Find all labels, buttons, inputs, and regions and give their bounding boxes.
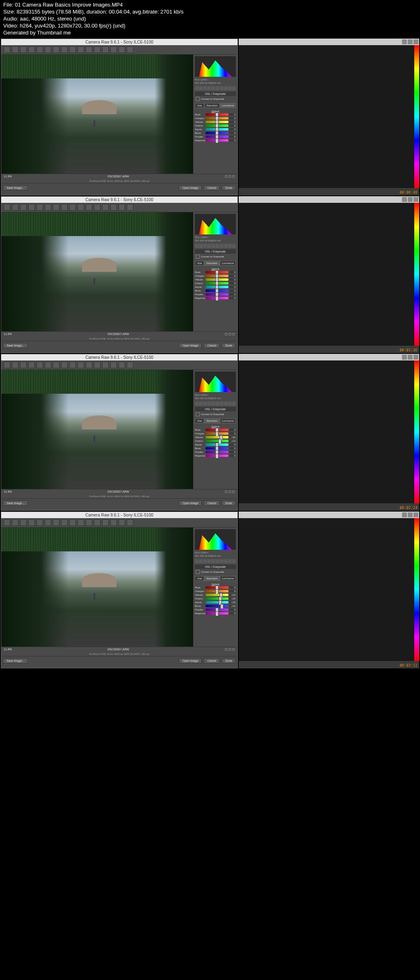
tool-9[interactable] [78,519,84,526]
slider-value-oranges[interactable]: 0 [229,117,236,119]
slider-blues[interactable] [205,447,228,450]
subtab-luminance[interactable]: Luminance [220,261,236,265]
slider-greens[interactable] [205,440,228,442]
slider-purples[interactable] [205,451,228,453]
histogram[interactable] [195,529,236,550]
image-preview[interactable] [1,370,193,489]
slider-value-magentas[interactable]: 0 [229,139,236,142]
slider-oranges[interactable] [205,590,228,592]
close-icon[interactable] [413,512,418,517]
image-preview[interactable] [1,55,193,174]
grayscale-checkbox[interactable] [196,570,200,574]
panel-tab-0[interactable] [195,559,199,563]
panel-tab-7[interactable] [224,244,228,248]
subtab-hue[interactable]: Hue [195,576,204,581]
tool-13[interactable] [110,46,117,53]
tool-2[interactable] [20,362,27,368]
panel-tab-3[interactable] [207,559,211,563]
panel-tab-7[interactable] [224,402,228,406]
tool-11[interactable] [94,362,100,368]
slider-reds[interactable] [205,586,228,589]
tool-14[interactable] [119,46,125,53]
color-picker-strip[interactable] [414,518,419,661]
tool-5[interactable] [45,46,51,53]
close-icon[interactable] [413,197,418,202]
slider-value-aquas[interactable]: 0 [229,443,236,446]
panel-tab-6[interactable] [220,402,224,406]
slider-value-reds[interactable]: 0 [229,271,236,273]
view-toggles[interactable]: ▢ ▢ ▢ [225,490,235,493]
maximize-icon[interactable] [408,512,413,517]
subtab-saturation[interactable]: Saturation [204,261,219,265]
open-button[interactable]: Open Image [179,658,202,663]
tool-13[interactable] [110,362,117,368]
panel-tab-3[interactable] [207,402,211,406]
slider-oranges[interactable] [205,432,228,435]
tool-5[interactable] [45,204,51,211]
subtab-saturation[interactable]: Saturation [204,576,219,581]
panel-tab-8[interactable] [228,244,232,248]
save-button[interactable]: Save Image... [3,185,28,190]
tool-1[interactable] [12,204,18,211]
tool-3[interactable] [28,204,35,211]
tool-3[interactable] [28,46,35,53]
color-profile[interactable]: ProPhoto RGB; 16 bit; 6000 by 4000 (24.0… [1,494,237,498]
slider-value-magentas[interactable]: 0 [229,297,236,299]
tool-7[interactable] [61,46,68,53]
panel-tab-3[interactable] [207,86,211,90]
minimize-icon[interactable] [402,355,407,360]
panel-tab-2[interactable] [203,244,207,248]
slider-purples[interactable] [205,293,228,296]
panel-tab-1[interactable] [199,244,203,248]
maximize-icon[interactable] [408,355,413,360]
tool-9[interactable] [78,362,84,368]
slider-value-blues[interactable]: +42 [229,605,236,607]
tool-2[interactable] [20,46,27,53]
slider-reds[interactable] [205,429,228,431]
grayscale-checkbox[interactable] [196,412,200,416]
minimize-icon[interactable] [402,39,407,44]
tool-13[interactable] [110,204,117,211]
tool-4[interactable] [37,46,43,53]
grayscale-checkbox[interactable] [196,97,200,101]
panel-tab-9[interactable] [232,402,236,406]
panel-tab-9[interactable] [232,86,236,90]
cancel-button[interactable]: Cancel [203,343,220,348]
zoom-level[interactable]: 11.9% [4,175,12,178]
panel-tab-4[interactable] [211,86,215,90]
tool-3[interactable] [28,519,35,526]
histogram[interactable] [195,372,236,392]
bridge-preview[interactable] [239,360,419,503]
tool-0[interactable] [4,362,10,368]
slider-value-oranges[interactable]: 0 [229,590,236,592]
zoom-level[interactable]: 11.9% [4,490,12,493]
panel-tab-4[interactable] [211,402,215,406]
tool-6[interactable] [53,204,59,211]
panel-tab-4[interactable] [211,244,215,248]
panel-tab-0[interactable] [195,402,199,406]
tool-10[interactable] [86,46,92,53]
tool-12[interactable] [102,204,109,211]
slider-magentas[interactable] [205,612,228,615]
tool-8[interactable] [69,204,76,211]
panel-tab-9[interactable] [232,244,236,248]
save-button[interactable]: Save Image... [3,658,28,663]
save-button[interactable]: Save Image... [3,343,28,348]
maximize-icon[interactable] [408,39,413,44]
panel-tab-5[interactable] [215,244,219,248]
tool-10[interactable] [86,362,92,368]
slider-aquas[interactable] [205,443,228,446]
slider-value-greens[interactable]: 0 [229,124,236,127]
slider-purples[interactable] [205,608,228,611]
slider-value-oranges[interactable]: 0 [229,432,236,435]
slider-value-blues[interactable]: 0 [229,132,236,134]
slider-reds[interactable] [205,113,228,116]
close-icon[interactable] [413,355,418,360]
subtab-saturation[interactable]: Saturation [204,418,219,423]
slider-aquas[interactable] [205,128,228,131]
tool-12[interactable] [102,362,109,368]
slider-greens[interactable] [205,282,228,285]
bridge-preview[interactable] [239,45,419,188]
slider-value-greens[interactable]: 0 [229,282,236,285]
tool-0[interactable] [4,204,10,211]
